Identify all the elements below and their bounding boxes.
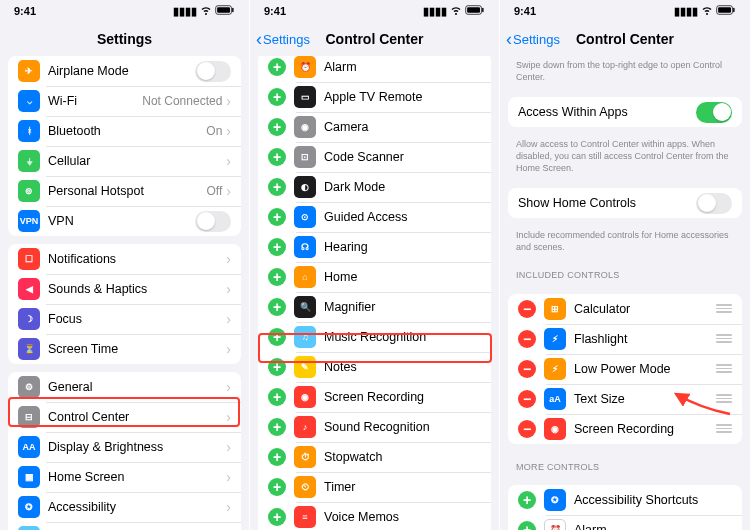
add-row-hearing: +☊Hearing xyxy=(258,232,491,262)
row-label: Music Recognition xyxy=(324,330,481,344)
add-button[interactable]: + xyxy=(268,328,286,346)
add-button[interactable]: + xyxy=(268,358,286,376)
add-button[interactable]: + xyxy=(268,298,286,316)
row-label: VPN xyxy=(48,214,195,228)
chevron-right-icon: › xyxy=(226,409,231,425)
chevron-right-icon: › xyxy=(226,183,231,199)
drag-handle-icon[interactable] xyxy=(716,304,732,313)
soundrec-icon: ♪ xyxy=(294,416,316,438)
add-row-home: +⌂Home xyxy=(258,262,491,292)
drag-handle-icon[interactable] xyxy=(716,364,732,373)
drag-handle-icon[interactable] xyxy=(716,394,732,403)
stopwatch-icon: ⏱ xyxy=(294,446,316,468)
add-button[interactable]: + xyxy=(268,478,286,496)
row-label: Timer xyxy=(324,480,481,494)
screenrec-icon: ◉ xyxy=(544,418,566,440)
airplane-switch[interactable] xyxy=(195,61,231,82)
footer-text: Allow access to Control Center within ap… xyxy=(500,135,750,180)
row-label: Flashlight xyxy=(574,332,712,346)
row-label: Screen Time xyxy=(48,342,226,356)
vpn-icon: VPN xyxy=(18,210,40,232)
row-label: Personal Hotspot xyxy=(48,184,207,198)
flashlight-icon: ⚡︎ xyxy=(544,328,566,350)
footer-text: Swipe down from the top-right edge to op… xyxy=(500,56,750,89)
row-label: Hearing xyxy=(324,240,481,254)
add-button[interactable]: + xyxy=(268,118,286,136)
settings-row-bluetooth[interactable]: ᚼBluetoothOn› xyxy=(8,116,241,146)
add-button[interactable]: + xyxy=(268,148,286,166)
row-label: Low Power Mode xyxy=(574,362,712,376)
add-button[interactable]: + xyxy=(518,521,536,530)
chevron-right-icon: › xyxy=(226,311,231,327)
remove-button[interactable]: − xyxy=(518,420,536,438)
add-button[interactable]: + xyxy=(268,508,286,526)
vpn-switch[interactable] xyxy=(195,211,231,232)
add-button[interactable]: + xyxy=(268,418,286,436)
add-button[interactable]: + xyxy=(268,388,286,406)
settings-row-notifications[interactable]: ☐Notifications› xyxy=(8,244,241,274)
drag-handle-icon[interactable] xyxy=(716,424,732,433)
remove-button[interactable]: − xyxy=(518,390,536,408)
codescanner-icon: ⊡ xyxy=(294,146,316,168)
add-button[interactable]: + xyxy=(518,491,536,509)
back-button[interactable]: ‹ Settings xyxy=(256,30,310,48)
settings-row-sounds[interactable]: ◀︎Sounds & Haptics› xyxy=(8,274,241,304)
row-label: Bluetooth xyxy=(48,124,206,138)
add-button[interactable]: + xyxy=(268,268,286,286)
settings-row-focus[interactable]: ☽Focus› xyxy=(8,304,241,334)
page-title: Control Center xyxy=(326,31,424,47)
row-label: Accessibility Shortcuts xyxy=(574,493,732,507)
screenrec-icon: ◉ xyxy=(294,386,316,408)
settings-row-screentime[interactable]: ⏳Screen Time› xyxy=(8,334,241,364)
svg-rect-8 xyxy=(733,8,734,12)
footer-text: Include recommended controls for Home ac… xyxy=(500,226,750,259)
add-row-alarm: +⏰Alarm xyxy=(258,56,491,82)
navbar: ‹ Settings Control Center xyxy=(500,22,750,56)
alarm-icon: ⏰ xyxy=(294,56,316,78)
drag-handle-icon[interactable] xyxy=(716,334,732,343)
status-bar: 9:41 ▮▮▮▮ xyxy=(0,0,249,22)
show-home-controls-switch[interactable] xyxy=(696,193,732,214)
access-within-apps-switch[interactable] xyxy=(696,102,732,123)
wifi-icon xyxy=(701,4,713,18)
add-button[interactable]: + xyxy=(268,448,286,466)
add-button[interactable]: + xyxy=(268,88,286,106)
remove-button[interactable]: − xyxy=(518,300,536,318)
row-label: Show Home Controls xyxy=(518,196,696,210)
remove-button[interactable]: − xyxy=(518,330,536,348)
status-icons: ▮▮▮▮ xyxy=(674,4,736,18)
add-button[interactable]: + xyxy=(268,178,286,196)
included-row-flashlight: −⚡︎Flashlight xyxy=(508,324,742,354)
remove-button[interactable]: − xyxy=(518,360,536,378)
airplane-icon: ✈︎ xyxy=(18,60,40,82)
row-label: Access Within Apps xyxy=(518,105,696,119)
signal-icon: ▮▮▮▮ xyxy=(173,5,197,18)
add-button[interactable]: + xyxy=(268,238,286,256)
settings-row-accessibility[interactable]: ✪Accessibility› xyxy=(8,492,241,522)
add-button[interactable]: + xyxy=(268,208,286,226)
settings-row-homescreen[interactable]: ▦Home Screen› xyxy=(8,462,241,492)
settings-row-display[interactable]: AADisplay & Brightness› xyxy=(8,432,241,462)
accessibility-icon: ✪ xyxy=(18,496,40,518)
settings-row-cellular[interactable]: ⏚Cellular› xyxy=(8,146,241,176)
general-icon: ⚙︎ xyxy=(18,376,40,398)
settings-row-wifi[interactable]: ⌵Wi-FiNot Connected› xyxy=(8,86,241,116)
settings-row-general[interactable]: ⚙︎General› xyxy=(8,372,241,402)
row-label: Cellular xyxy=(48,154,226,168)
settings-row-control-center[interactable]: ⊟Control Center› xyxy=(8,402,241,432)
screentime-icon: ⏳ xyxy=(18,338,40,360)
battery-icon xyxy=(716,5,736,17)
add-button[interactable]: + xyxy=(268,58,286,76)
section-header: More Controls xyxy=(500,452,750,478)
included-row-lowpower: −⚡︎Low Power Mode xyxy=(508,354,742,384)
chevron-right-icon: › xyxy=(226,251,231,267)
settings-row-wallpaper[interactable]: ✿Wallpaper› xyxy=(8,522,241,530)
hearing-icon: ☊ xyxy=(294,236,316,258)
back-button[interactable]: ‹ Settings xyxy=(506,30,560,48)
row-label: Voice Memos xyxy=(324,510,481,524)
row-label: General xyxy=(48,380,226,394)
row-label: Home Screen xyxy=(48,470,226,484)
settings-row-hotspot[interactable]: ⊚Personal HotspotOff› xyxy=(8,176,241,206)
show-home-controls-row: Show Home Controls xyxy=(508,188,742,218)
row-label: Screen Recording xyxy=(324,390,481,404)
